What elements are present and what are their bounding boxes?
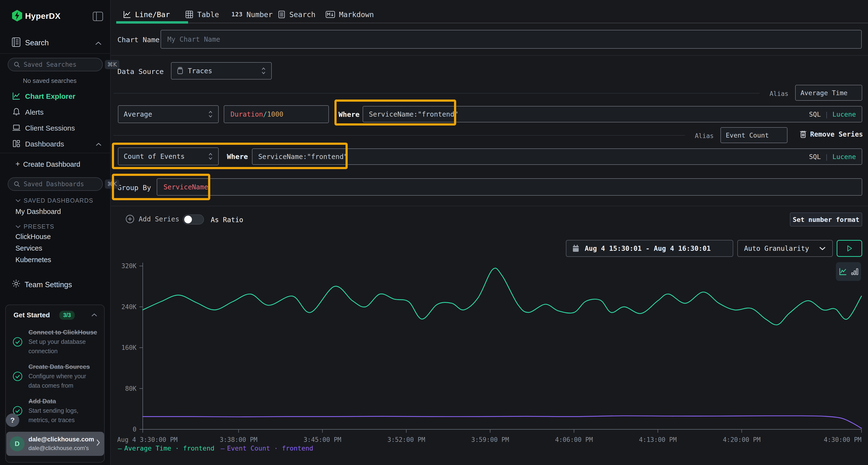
get-started-item-title[interactable]: Add Data [28, 398, 56, 405]
data-source-label: Data Source [117, 67, 164, 76]
sidebar-item-clickhouse[interactable]: ClickHouse [16, 233, 51, 241]
series1-lucene-toggle[interactable]: Lucene [832, 110, 856, 118]
divider [113, 93, 760, 94]
series2-sql-toggle[interactable]: SQL [809, 153, 821, 161]
series1-alias-input[interactable]: Average Time [795, 85, 862, 101]
get-started-item-title[interactable]: Create Data Sources [28, 363, 90, 370]
dashboard-grid-icon [12, 139, 21, 148]
active-tab-underline [116, 21, 188, 24]
tab-search[interactable]: Search [278, 9, 315, 20]
section-label: PRESETS [24, 223, 54, 230]
granularity-value: Auto Granularity [744, 244, 809, 253]
svg-text:Aug 4 3:30:00 PM: Aug 4 3:30:00 PM [117, 436, 178, 443]
sidebar-item-team-settings[interactable]: Team Settings [25, 280, 72, 289]
series1-aggregation-select[interactable]: Average [118, 105, 219, 123]
series1-sql-toggle[interactable]: SQL [809, 110, 821, 118]
trash-icon [800, 130, 807, 138]
markdown-icon [326, 11, 335, 18]
saved-searches-search[interactable]: ⌘K [8, 58, 103, 71]
chart-name-input[interactable] [161, 30, 862, 49]
sidebar-item-kubernetes[interactable]: Kubernetes [16, 256, 51, 264]
cmd-k-shortcut: ⌘K [105, 179, 119, 189]
get-started-item-desc: Configure where your data comes from [28, 373, 86, 389]
sidebar-section-search[interactable]: Search [25, 38, 49, 47]
get-started-item-title[interactable]: Connect to ClickHouse [28, 329, 97, 336]
tab-number[interactable]: 123 Number [231, 9, 273, 20]
group-by-label: Group By [117, 184, 151, 192]
select-chevrons-icon [261, 67, 266, 75]
laptop-icon [12, 123, 21, 132]
chevron-right-icon [96, 439, 100, 446]
user-email: dale@clickhouse.com [28, 436, 94, 443]
tab-markdown[interactable]: Markdown [326, 9, 374, 20]
sidebar-collapse-icon[interactable] [93, 11, 103, 21]
remove-series-label: Remove Series [810, 130, 863, 138]
series1-aggregation-value: Average [124, 110, 204, 118]
date-range-picker[interactable]: Aug 4 15:30:01 - Aug 4 16:30:01 [566, 240, 733, 257]
group-by-input[interactable]: ServiceName [157, 178, 862, 196]
series1-alias-value: Average Time [801, 89, 847, 97]
sidebar-item-dashboards[interactable]: Dashboards [0, 137, 111, 151]
chevron-up-icon[interactable] [95, 143, 102, 146]
chart-legend: —Average Time · frontend —Event Count · … [118, 444, 313, 452]
series2-aggregation-value: Count of Events [124, 153, 204, 161]
svg-text:4:20:00 PM: 4:20:00 PM [723, 436, 761, 443]
sidebar-item-client-sessions[interactable]: Client Sessions [0, 122, 111, 135]
tab-label: Search [289, 10, 315, 19]
data-source-value: Traces [188, 67, 257, 75]
help-button[interactable]: ? [6, 413, 19, 427]
chevron-down-icon [16, 225, 21, 228]
sidebar-item-my-dashboard[interactable]: My Dashboard [16, 208, 61, 215]
field-token: Duration [230, 110, 263, 118]
hyperdx-logo-icon [11, 10, 23, 22]
tab-line-bar[interactable]: Line/Bar [123, 9, 170, 20]
get-started-item: Create Data Sources Configure where your… [12, 362, 98, 390]
saved-searches-input[interactable] [24, 61, 105, 68]
gear-icon [11, 279, 21, 288]
sidebar-item-alerts[interactable]: Alerts [0, 105, 111, 119]
chevron-up-icon[interactable] [95, 41, 102, 45]
add-series-button[interactable]: Add Series [125, 214, 179, 224]
saved-dashboards-input[interactable] [24, 180, 105, 188]
saved-dashboards-search[interactable]: ⌘K [8, 177, 103, 191]
user-menu[interactable]: D dale@clickhouse.com dale@clickhouse.co… [6, 432, 104, 456]
series1-where-input[interactable]: ServiceName:"frontend" SQL | Lucene [363, 106, 862, 122]
chevron-up-icon[interactable] [91, 313, 97, 317]
search-icon [13, 61, 20, 68]
series2-lucene-toggle[interactable]: Lucene [832, 153, 856, 161]
chevron-down-icon [16, 199, 21, 202]
series2-aggregation-select[interactable]: Count of Events [118, 147, 219, 165]
divider [0, 153, 111, 153]
sidebar-item-label: Alerts [25, 108, 44, 117]
search-section-icon [11, 37, 21, 47]
series2-alias-value: Event Count [726, 132, 769, 139]
get-started-item: Add Data Start sending logs, metrics, or… [12, 397, 98, 425]
granularity-select[interactable]: Auto Granularity [737, 240, 833, 257]
get-started-item-desc: Set up your database connection [28, 338, 86, 355]
series2-alias-input[interactable]: Event Count [720, 127, 787, 143]
get-started-item-desc: Start sending logs, metrics, or traces [28, 407, 79, 423]
alias-label: Alias [762, 90, 788, 97]
divider [113, 135, 685, 136]
as-ratio-toggle[interactable] [183, 214, 204, 225]
set-number-format-button[interactable]: Set number format [790, 212, 862, 227]
run-query-button[interactable] [837, 240, 862, 257]
series1-where-value: ServiceName:"frontend" [369, 110, 458, 118]
svg-text:4:13:00 PM: 4:13:00 PM [639, 436, 677, 443]
number-123-icon: 123 [231, 11, 243, 18]
tab-table[interactable]: Table [185, 9, 219, 20]
plus-icon: + [16, 160, 20, 168]
get-started-title: Get Started [13, 311, 50, 319]
data-source-select[interactable]: Traces [171, 62, 272, 79]
sidebar-item-services[interactable]: Services [16, 244, 42, 252]
remove-series-button[interactable]: Remove Series [800, 130, 863, 138]
tab-label: Markdown [339, 10, 374, 19]
tab-label: Number [246, 10, 273, 19]
series2-where-input[interactable]: ServiceName:"frontend" SQL | Lucene [252, 148, 862, 165]
series1-field-input[interactable]: Duration/1000 [224, 105, 329, 123]
create-dashboard-button[interactable]: + Create Dashboard [0, 159, 111, 171]
chevron-down-icon [819, 246, 826, 251]
alias-label: Alias [687, 132, 714, 139]
legend-label: Event Count · frontend [227, 444, 313, 452]
sidebar-item-chart-explorer[interactable]: Chart Explorer [0, 90, 111, 103]
